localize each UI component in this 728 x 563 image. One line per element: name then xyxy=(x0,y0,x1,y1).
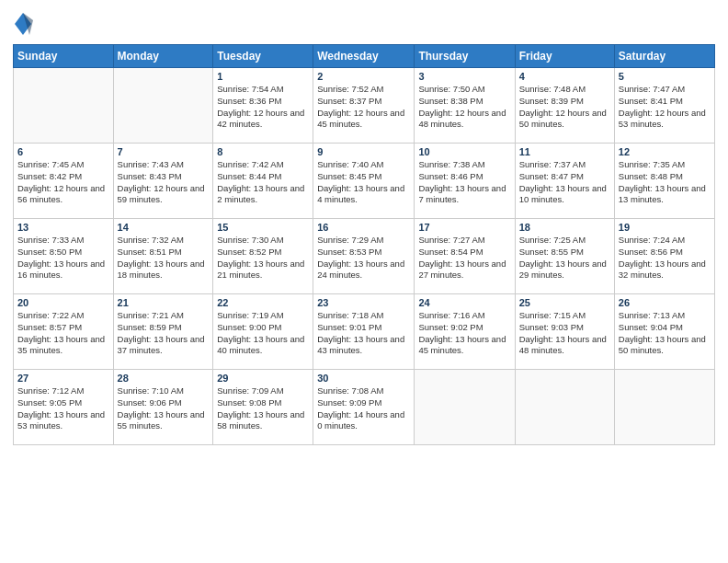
day-number: 29 xyxy=(217,373,309,384)
day-info: Sunrise: 7:21 AM Sunset: 8:59 PM Dayligh… xyxy=(118,310,210,357)
day-info: Sunrise: 7:32 AM Sunset: 8:51 PM Dayligh… xyxy=(118,235,210,282)
calendar-weekday-saturday: Saturday xyxy=(614,45,714,68)
calendar-day: 12Sunrise: 7:35 AM Sunset: 8:48 PM Dayli… xyxy=(614,144,714,219)
page-container: SundayMondayTuesdayWednesdayThursdayFrid… xyxy=(0,0,728,563)
day-number: 10 xyxy=(418,146,510,157)
day-number: 23 xyxy=(317,297,410,308)
calendar-day: 25Sunrise: 7:15 AM Sunset: 9:03 PM Dayli… xyxy=(515,294,614,370)
day-info: Sunrise: 7:25 AM Sunset: 8:55 PM Dayligh… xyxy=(519,235,610,282)
day-info: Sunrise: 7:10 AM Sunset: 9:06 PM Dayligh… xyxy=(118,385,210,432)
day-number: 6 xyxy=(17,146,109,157)
day-info: Sunrise: 7:15 AM Sunset: 9:03 PM Dayligh… xyxy=(519,310,610,357)
day-info: Sunrise: 7:45 AM Sunset: 8:42 PM Dayligh… xyxy=(17,159,109,206)
calendar-day: 5Sunrise: 7:47 AM Sunset: 8:41 PM Daylig… xyxy=(614,68,714,144)
day-info: Sunrise: 7:12 AM Sunset: 9:05 PM Dayligh… xyxy=(17,385,109,432)
day-number: 20 xyxy=(17,297,109,308)
day-info: Sunrise: 7:52 AM Sunset: 8:37 PM Dayligh… xyxy=(317,84,410,131)
calendar-week-1: 1Sunrise: 7:54 AM Sunset: 8:36 PM Daylig… xyxy=(14,68,715,144)
day-number: 21 xyxy=(118,297,210,308)
day-number: 18 xyxy=(519,222,610,233)
day-info: Sunrise: 7:35 AM Sunset: 8:48 PM Dayligh… xyxy=(619,159,711,206)
day-info: Sunrise: 7:19 AM Sunset: 9:00 PM Dayligh… xyxy=(217,310,309,357)
calendar-day: 26Sunrise: 7:13 AM Sunset: 9:04 PM Dayli… xyxy=(614,294,714,370)
calendar-header-row: SundayMondayTuesdayWednesdayThursdayFrid… xyxy=(14,45,715,68)
day-info: Sunrise: 7:16 AM Sunset: 9:02 PM Dayligh… xyxy=(418,310,510,357)
calendar-day xyxy=(14,68,114,144)
calendar-day: 14Sunrise: 7:32 AM Sunset: 8:51 PM Dayli… xyxy=(113,219,213,294)
day-info: Sunrise: 7:37 AM Sunset: 8:47 PM Dayligh… xyxy=(519,159,610,206)
page-header xyxy=(13,11,715,37)
day-number: 5 xyxy=(619,71,711,82)
calendar-week-2: 6Sunrise: 7:45 AM Sunset: 8:42 PM Daylig… xyxy=(14,144,715,219)
day-info: Sunrise: 7:09 AM Sunset: 9:08 PM Dayligh… xyxy=(217,385,309,432)
calendar-day: 28Sunrise: 7:10 AM Sunset: 9:06 PM Dayli… xyxy=(113,370,213,445)
calendar-day: 10Sunrise: 7:38 AM Sunset: 8:46 PM Dayli… xyxy=(415,144,515,219)
day-info: Sunrise: 7:29 AM Sunset: 8:53 PM Dayligh… xyxy=(317,235,410,282)
day-number: 28 xyxy=(118,373,210,384)
day-number: 30 xyxy=(317,373,410,384)
day-number: 11 xyxy=(519,146,610,157)
calendar-day: 15Sunrise: 7:30 AM Sunset: 8:52 PM Dayli… xyxy=(213,219,313,294)
day-info: Sunrise: 7:18 AM Sunset: 9:01 PM Dayligh… xyxy=(317,310,410,357)
day-number: 26 xyxy=(619,297,711,308)
day-info: Sunrise: 7:24 AM Sunset: 8:56 PM Dayligh… xyxy=(619,235,711,282)
calendar-day: 21Sunrise: 7:21 AM Sunset: 8:59 PM Dayli… xyxy=(113,294,213,370)
calendar-day: 23Sunrise: 7:18 AM Sunset: 9:01 PM Dayli… xyxy=(313,294,415,370)
day-number: 16 xyxy=(317,222,410,233)
day-info: Sunrise: 7:40 AM Sunset: 8:45 PM Dayligh… xyxy=(317,159,410,206)
calendar-week-3: 13Sunrise: 7:33 AM Sunset: 8:50 PM Dayli… xyxy=(14,219,715,294)
calendar-week-5: 27Sunrise: 7:12 AM Sunset: 9:05 PM Dayli… xyxy=(14,370,715,445)
day-number: 8 xyxy=(217,146,309,157)
calendar-table: SundayMondayTuesdayWednesdayThursdayFrid… xyxy=(13,44,715,445)
day-number: 24 xyxy=(418,297,510,308)
day-info: Sunrise: 7:54 AM Sunset: 8:36 PM Dayligh… xyxy=(217,84,309,131)
day-number: 3 xyxy=(418,71,510,82)
logo-icon xyxy=(13,11,33,37)
day-number: 2 xyxy=(317,71,410,82)
day-info: Sunrise: 7:08 AM Sunset: 9:09 PM Dayligh… xyxy=(317,385,410,432)
day-info: Sunrise: 7:43 AM Sunset: 8:43 PM Dayligh… xyxy=(118,159,210,206)
day-number: 22 xyxy=(217,297,309,308)
calendar-weekday-tuesday: Tuesday xyxy=(213,45,313,68)
calendar-weekday-thursday: Thursday xyxy=(415,45,515,68)
day-info: Sunrise: 7:30 AM Sunset: 8:52 PM Dayligh… xyxy=(217,235,309,282)
day-number: 25 xyxy=(519,297,610,308)
day-number: 4 xyxy=(519,71,610,82)
calendar-day: 9Sunrise: 7:40 AM Sunset: 8:45 PM Daylig… xyxy=(313,144,415,219)
calendar-day: 3Sunrise: 7:50 AM Sunset: 8:38 PM Daylig… xyxy=(415,68,515,144)
calendar-day: 17Sunrise: 7:27 AM Sunset: 8:54 PM Dayli… xyxy=(415,219,515,294)
day-number: 7 xyxy=(118,146,210,157)
calendar-day: 16Sunrise: 7:29 AM Sunset: 8:53 PM Dayli… xyxy=(313,219,415,294)
day-info: Sunrise: 7:48 AM Sunset: 8:39 PM Dayligh… xyxy=(519,84,610,131)
calendar-day: 8Sunrise: 7:42 AM Sunset: 8:44 PM Daylig… xyxy=(213,144,313,219)
calendar-day: 29Sunrise: 7:09 AM Sunset: 9:08 PM Dayli… xyxy=(213,370,313,445)
calendar-day: 11Sunrise: 7:37 AM Sunset: 8:47 PM Dayli… xyxy=(515,144,614,219)
calendar-day: 7Sunrise: 7:43 AM Sunset: 8:43 PM Daylig… xyxy=(113,144,213,219)
day-info: Sunrise: 7:27 AM Sunset: 8:54 PM Dayligh… xyxy=(418,235,510,282)
calendar-weekday-monday: Monday xyxy=(113,45,213,68)
day-info: Sunrise: 7:50 AM Sunset: 8:38 PM Dayligh… xyxy=(418,84,510,131)
calendar-day: 19Sunrise: 7:24 AM Sunset: 8:56 PM Dayli… xyxy=(614,219,714,294)
logo xyxy=(13,11,36,37)
calendar-day: 4Sunrise: 7:48 AM Sunset: 8:39 PM Daylig… xyxy=(515,68,614,144)
day-number: 13 xyxy=(17,222,109,233)
day-number: 9 xyxy=(317,146,410,157)
day-number: 15 xyxy=(217,222,309,233)
day-number: 12 xyxy=(619,146,711,157)
day-info: Sunrise: 7:42 AM Sunset: 8:44 PM Dayligh… xyxy=(217,159,309,206)
day-number: 17 xyxy=(418,222,510,233)
calendar-week-4: 20Sunrise: 7:22 AM Sunset: 8:57 PM Dayli… xyxy=(14,294,715,370)
day-info: Sunrise: 7:33 AM Sunset: 8:50 PM Dayligh… xyxy=(17,235,109,282)
calendar-day xyxy=(415,370,515,445)
calendar-day: 20Sunrise: 7:22 AM Sunset: 8:57 PM Dayli… xyxy=(14,294,114,370)
calendar-day: 2Sunrise: 7:52 AM Sunset: 8:37 PM Daylig… xyxy=(313,68,415,144)
calendar-day: 22Sunrise: 7:19 AM Sunset: 9:00 PM Dayli… xyxy=(213,294,313,370)
day-info: Sunrise: 7:38 AM Sunset: 8:46 PM Dayligh… xyxy=(418,159,510,206)
calendar-weekday-friday: Friday xyxy=(515,45,614,68)
day-info: Sunrise: 7:22 AM Sunset: 8:57 PM Dayligh… xyxy=(17,310,109,357)
calendar-day: 6Sunrise: 7:45 AM Sunset: 8:42 PM Daylig… xyxy=(14,144,114,219)
calendar-day: 18Sunrise: 7:25 AM Sunset: 8:55 PM Dayli… xyxy=(515,219,614,294)
calendar-day: 27Sunrise: 7:12 AM Sunset: 9:05 PM Dayli… xyxy=(14,370,114,445)
calendar-day xyxy=(515,370,614,445)
day-number: 1 xyxy=(217,71,309,82)
